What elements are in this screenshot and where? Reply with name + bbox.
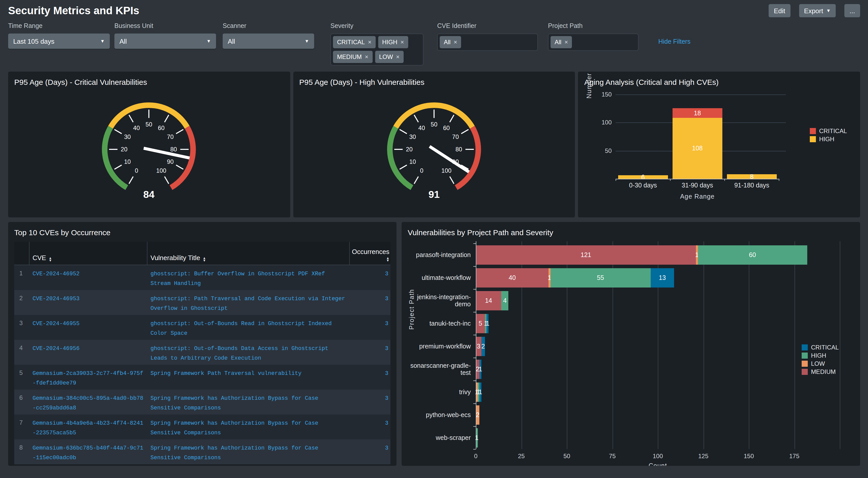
severity-multiselect[interactable]: CRITICAL×HIGH×MEDIUM×LOW×: [331, 34, 424, 66]
y-axis-tick: [473, 335, 476, 335]
cve-link[interactable]: CVE-2024-46952: [33, 271, 80, 277]
remove-token-icon[interactable]: ×: [454, 39, 457, 46]
x-axis-tick-label: 0: [474, 453, 477, 460]
legend-entry[interactable]: HIGH: [802, 352, 839, 359]
row-number: 7: [14, 414, 30, 439]
edit-button[interactable]: Edit: [769, 4, 790, 17]
vulnerability-title-link[interactable]: Spring Framework has Authorization Bypas…: [151, 420, 318, 436]
vulnerability-title-link[interactable]: Spring Framework has Authorization Bypas…: [151, 445, 318, 461]
severity-token[interactable]: CRITICAL×: [333, 36, 375, 48]
occurrences-link[interactable]: 3: [385, 445, 389, 451]
legend-entry[interactable]: CRITICAL: [810, 128, 847, 135]
cve-link[interactable]: Gemnasium-2ca39033-2c77-4fb4-975f-fdef1d…: [33, 370, 143, 386]
cve-column-header[interactable]: CVE ▲▼: [30, 242, 148, 265]
severity-token[interactable]: MEDIUM×: [333, 51, 372, 63]
bar-value-label: 13: [659, 274, 666, 281]
remove-token-icon[interactable]: ×: [400, 39, 404, 46]
occurrences-link[interactable]: 3: [385, 296, 389, 302]
x-axis-line: [616, 179, 779, 179]
y-axis-category-label: ultimate-workflow: [408, 274, 471, 281]
occurrences-column-header[interactable]: Occurrences ▲▼: [350, 242, 391, 265]
bar-value-label: 3: [477, 343, 480, 350]
gauge-tick: [461, 130, 468, 134]
cve-link[interactable]: CVE-2024-46953: [33, 296, 80, 302]
gridline: [703, 241, 704, 449]
row-number: 1: [14, 265, 30, 290]
gridline: [794, 241, 795, 449]
legend-entry[interactable]: MEDIUM: [802, 368, 839, 375]
table-row: 1CVE-2024-46952ghostscript: Buffer Overf…: [14, 265, 391, 290]
gauge-tick-label: 80: [170, 146, 177, 152]
occurrences-cell: 3: [350, 265, 391, 290]
cve-cell: CVE-2024-46956: [30, 340, 148, 365]
cve-table: CVE ▲▼ Vulnerability Title ▲▼ Occurrence…: [14, 242, 391, 464]
y-axis-category-label: python-web-ecs: [408, 411, 471, 418]
panel-title: Top 10 CVEs by Occurrence: [14, 228, 391, 237]
occurrences-cell: 3: [350, 340, 391, 365]
scanner-select[interactable]: All ▼: [223, 34, 314, 49]
export-button[interactable]: Export▼: [799, 4, 836, 17]
more-button[interactable]: ...: [844, 4, 860, 17]
vulnerability-title-cell: ghostscript: Buffer Overflow in Ghostscr…: [148, 265, 350, 290]
cve-link[interactable]: Gemnasium-384c00c5-895a-4ad0-bb78-cc259a…: [33, 395, 143, 411]
filter-severity: Severity CRITICAL×HIGH×MEDIUM×LOW×: [331, 22, 424, 66]
sort-icon[interactable]: ▲▼: [386, 257, 390, 262]
sort-icon[interactable]: ▲▼: [203, 257, 206, 262]
remove-token-icon[interactable]: ×: [396, 53, 400, 61]
severity-token[interactable]: LOW×: [375, 51, 404, 63]
bar-value-label: 14: [485, 297, 492, 304]
cve-identifier-input[interactable]: All×: [437, 34, 538, 51]
vulnerability-title-cell: Spring Framework has Authorization Bypas…: [148, 414, 350, 439]
vulnerability-title-link[interactable]: ghostscript: Out-of-Bounds Data Access i…: [151, 345, 329, 361]
project-path-token[interactable]: All×: [551, 36, 572, 48]
business-unit-label: Business Unit: [114, 22, 216, 30]
time-range-select[interactable]: Last 105 days ▼: [8, 34, 110, 49]
gauge-tick: [164, 176, 169, 184]
cve-identifier-token[interactable]: All×: [440, 36, 461, 48]
remove-token-icon[interactable]: ×: [368, 39, 371, 46]
cve-link[interactable]: Gemnasium-636bc785-b40f-44a7-9c71-115ec0…: [33, 445, 143, 461]
occurrences-link[interactable]: 3: [385, 320, 389, 327]
vulnerability-title-link[interactable]: Spring Framework Path Traversal vulnerab…: [151, 370, 302, 376]
vulnerability-title-link[interactable]: ghostscript: Buffer Overflow in Ghostscr…: [151, 271, 325, 286]
x-axis-category-label: 0-30 days: [629, 182, 657, 189]
time-range-label: Time Range: [8, 22, 110, 30]
legend-entry[interactable]: HIGH: [810, 136, 847, 143]
occurrences-link[interactable]: 3: [385, 370, 389, 376]
sort-icon[interactable]: ▲▼: [49, 257, 52, 262]
bar-value-label: 1: [478, 366, 482, 373]
row-number: 4: [14, 340, 30, 365]
occurrences-link[interactable]: 3: [385, 271, 389, 277]
bar-value-label: 40: [508, 274, 516, 281]
gauge-tick-label: 0: [135, 167, 138, 174]
occurrences-cell: 3: [350, 439, 391, 464]
vulnerability-title-column-header[interactable]: Vulnerability Title ▲▼: [148, 242, 350, 265]
remove-token-icon[interactable]: ×: [564, 39, 568, 46]
cve-cell: Gemnasium-2ca39033-2c77-4fb4-975f-fdef1d…: [30, 365, 148, 389]
legend-entry[interactable]: CRITICAL: [802, 344, 839, 351]
gauge-tick-label: 80: [455, 146, 462, 152]
business-unit-select[interactable]: All ▼: [114, 34, 216, 49]
cve-link[interactable]: CVE-2024-46955: [33, 320, 80, 327]
occurrences-link[interactable]: 3: [385, 395, 389, 401]
occurrences-link[interactable]: 3: [385, 420, 389, 426]
occurrences-link[interactable]: 3: [385, 345, 389, 351]
x-axis-category-label: 31-90 days: [682, 182, 713, 189]
chevron-down-icon: ▼: [826, 8, 831, 13]
gauge-tick-label: 10: [124, 159, 131, 165]
project-path-input[interactable]: All×: [548, 34, 639, 51]
vulnerability-title-link[interactable]: ghostscript: Out-of-Bounds Read in Ghost…: [151, 320, 332, 336]
legend-entry[interactable]: LOW: [802, 360, 839, 367]
cve-link[interactable]: Gemnasium-4b4a9e6a-4b23-4f74-8241-223575…: [33, 420, 143, 436]
legend-swatch: [810, 128, 816, 134]
hide-filters-link[interactable]: Hide Filters: [658, 38, 690, 45]
remove-token-icon[interactable]: ×: [365, 53, 368, 61]
gauge-tick-label: 70: [452, 134, 459, 140]
bar-value-label: 2: [476, 411, 479, 418]
severity-token[interactable]: HIGH×: [378, 36, 408, 48]
vulnerability-title-link[interactable]: Spring Framework has Authorization Bypas…: [151, 395, 318, 411]
vulnerability-title-link[interactable]: ghostscript: Path Traversal and Code Exe…: [151, 296, 345, 311]
cve-link[interactable]: CVE-2024-46956: [33, 345, 80, 351]
legend-swatch: [802, 361, 808, 367]
panel-title: Vulnerabilities by Project Path and Seve…: [408, 228, 854, 237]
